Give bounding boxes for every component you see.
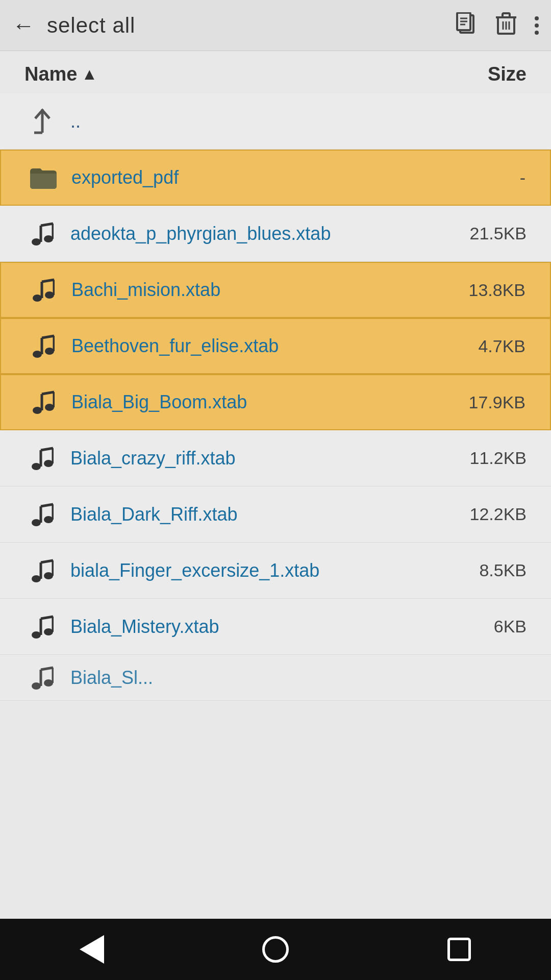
svg-point-28 <box>33 407 42 414</box>
list-item[interactable]: biala_Finger_excersize_1.xtab 8.5KB <box>0 543 551 599</box>
music-note-icon <box>26 390 61 414</box>
svg-point-34 <box>44 460 53 467</box>
svg-line-37 <box>41 448 53 450</box>
file-name-label: Biala_Big_Boom.xtab <box>71 391 464 413</box>
file-size-label: 12.2KB <box>465 504 527 524</box>
list-item[interactable]: adeokta_p_phyrgian_blues.xtab 21.5KB <box>0 206 551 262</box>
back-button[interactable]: ← <box>12 14 35 37</box>
svg-point-19 <box>45 291 54 299</box>
copy-button[interactable] <box>456 12 478 39</box>
svg-point-39 <box>44 516 53 523</box>
svg-point-14 <box>44 235 53 242</box>
svg-rect-7 <box>503 13 510 17</box>
svg-point-48 <box>32 631 41 639</box>
list-item[interactable]: Biala_Mistery.xtab 6KB <box>0 599 551 655</box>
more-options-button[interactable] <box>535 16 539 35</box>
music-note-icon <box>24 615 60 639</box>
svg-point-43 <box>32 575 41 582</box>
svg-point-53 <box>32 682 41 690</box>
svg-line-22 <box>42 280 54 282</box>
music-note-icon <box>24 558 60 583</box>
folder-icon <box>26 165 61 190</box>
svg-point-33 <box>32 463 41 470</box>
name-column-header[interactable]: Name ▲ <box>24 63 97 85</box>
list-item[interactable]: Biala_Dark_Riff.xtab 12.2KB <box>0 486 551 543</box>
svg-point-38 <box>32 519 41 526</box>
file-name-label: Beethoven_fur_elise.xtab <box>71 335 464 357</box>
file-size-label: 11.2KB <box>465 448 527 468</box>
file-name-label: Biala_crazy_riff.xtab <box>70 448 465 469</box>
file-size-label: 4.7KB <box>464 336 525 356</box>
column-header: Name ▲ Size <box>0 51 551 93</box>
music-note-icon <box>26 334 61 358</box>
recents-nav-button[interactable] <box>439 929 480 970</box>
file-size-label: 8.5KB <box>465 560 527 580</box>
file-list: .. exported_pdf - adeokta_p_phyrgian_blu… <box>0 93 551 919</box>
file-size-label: 6KB <box>465 617 527 636</box>
svg-point-23 <box>33 351 42 358</box>
list-item[interactable]: Bachi_mision.xtab 13.8KB <box>0 262 551 318</box>
svg-line-42 <box>41 504 53 506</box>
svg-point-49 <box>44 628 53 635</box>
parent-directory-name: .. <box>70 111 527 132</box>
svg-line-47 <box>41 560 53 562</box>
file-name-label: adeokta_p_phyrgian_blues.xtab <box>70 223 465 244</box>
svg-line-27 <box>42 336 54 338</box>
file-size-label: - <box>464 168 525 188</box>
file-name-label: Biala_Sl... <box>70 667 465 689</box>
svg-line-52 <box>41 617 53 619</box>
list-item[interactable]: exported_pdf - <box>0 150 551 206</box>
file-size-label: 21.5KB <box>465 224 527 243</box>
toolbar-actions <box>456 12 539 39</box>
svg-point-44 <box>44 572 53 579</box>
page-title: select all <box>47 13 456 38</box>
svg-point-13 <box>32 238 41 246</box>
file-name-label: Bachi_mision.xtab <box>71 279 464 301</box>
file-size-label: 13.8KB <box>464 280 525 300</box>
svg-point-54 <box>44 679 53 687</box>
svg-line-17 <box>41 224 53 226</box>
svg-line-32 <box>42 392 54 394</box>
home-nav-button[interactable] <box>255 929 296 970</box>
music-note-icon <box>26 278 61 302</box>
bottom-nav-bar <box>0 919 551 980</box>
file-size-label: 17.9KB <box>464 393 525 412</box>
file-name-label: exported_pdf <box>71 167 464 188</box>
parent-directory-row[interactable]: .. <box>0 93 551 150</box>
delete-button[interactable] <box>496 12 516 39</box>
file-name-label: biala_Finger_excersize_1.xtab <box>70 560 465 581</box>
back-nav-button[interactable] <box>71 929 112 970</box>
music-note-icon <box>24 502 60 527</box>
size-column-header[interactable]: Size <box>488 63 527 85</box>
list-item[interactable]: Biala_Big_Boom.xtab 17.9KB <box>0 374 551 430</box>
svg-point-24 <box>45 348 54 355</box>
music-note-icon <box>24 446 60 471</box>
music-note-icon <box>24 666 60 690</box>
parent-arrow-icon <box>24 108 60 135</box>
svg-line-57 <box>41 668 53 670</box>
list-item[interactable]: Beethoven_fur_elise.xtab 4.7KB <box>0 318 551 374</box>
list-item[interactable]: Biala_crazy_riff.xtab 11.2KB <box>0 430 551 486</box>
list-item[interactable]: Biala_Sl... <box>0 655 551 701</box>
file-name-label: Biala_Dark_Riff.xtab <box>70 504 465 525</box>
svg-point-29 <box>45 404 54 411</box>
svg-point-18 <box>33 295 42 302</box>
music-note-icon <box>24 222 60 246</box>
toolbar: ← select all <box>0 0 551 51</box>
file-name-label: Biala_Mistery.xtab <box>70 616 465 638</box>
